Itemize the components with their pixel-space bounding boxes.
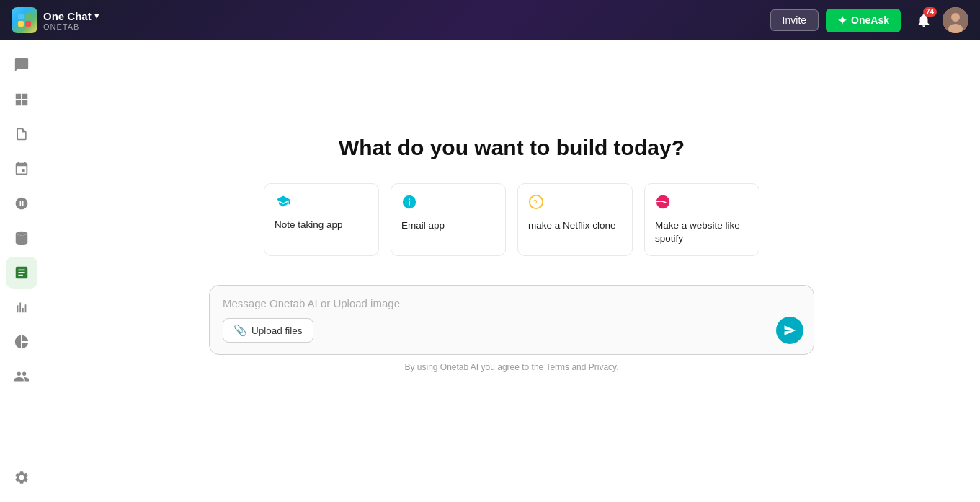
footer-disclaimer: By using Onetab AI you agree to the Term… xyxy=(404,362,618,372)
spotify-clone-icon xyxy=(655,194,749,213)
paperclip-icon: 📎 xyxy=(233,324,247,337)
app-logo[interactable]: One Chat ▾ ONETAB xyxy=(12,7,99,33)
main-content: What do you want to build today? Note ta… xyxy=(43,40,980,502)
card-netflix-label: make a Netflix clone xyxy=(528,219,622,232)
message-input-box: Message Onetab AI or Upload image 📎 Uplo… xyxy=(209,285,814,355)
svg-point-5 xyxy=(951,13,960,22)
sidebar-item-settings[interactable] xyxy=(6,462,37,493)
content-area: What do you want to build today? Note ta… xyxy=(43,40,980,502)
sidebar-item-bar-chart[interactable] xyxy=(6,291,37,323)
card-spotify-label: Make a website like spotify xyxy=(655,219,749,245)
oneask-star-icon: ✦ xyxy=(837,14,847,27)
main-layout: What do you want to build today? Note ta… xyxy=(0,40,980,502)
card-note-taking[interactable]: Note taking app xyxy=(264,183,379,256)
logo-icon xyxy=(12,7,37,33)
app-title-group: One Chat ▾ ONETAB xyxy=(43,10,99,31)
chevron-down-icon: ▾ xyxy=(94,11,99,21)
suggestion-cards: Note taking app Email app ? make a Netfl… xyxy=(264,183,760,256)
email-app-icon xyxy=(401,194,495,213)
sidebar-item-rocket[interactable] xyxy=(6,188,37,219)
svg-text:?: ? xyxy=(533,198,537,206)
send-button[interactable] xyxy=(776,317,803,344)
upload-label: Upload files xyxy=(251,325,303,336)
upload-files-button[interactable]: 📎 Upload files xyxy=(223,318,313,343)
svg-rect-3 xyxy=(25,21,31,27)
sidebar xyxy=(0,40,43,502)
app-subtitle: ONETAB xyxy=(43,22,99,31)
card-spotify-clone[interactable]: Make a website like spotify xyxy=(644,183,760,256)
sidebar-item-layout[interactable] xyxy=(6,84,37,115)
sidebar-item-database[interactable] xyxy=(6,222,37,254)
card-netflix-clone[interactable]: ? make a Netflix clone xyxy=(517,183,633,256)
sidebar-item-active[interactable] xyxy=(6,257,37,289)
notifications-button[interactable]: 74 xyxy=(911,7,937,33)
card-email-label: Email app xyxy=(401,219,495,232)
input-actions: 📎 Upload files xyxy=(223,318,770,343)
header: One Chat ▾ ONETAB Invite ✦ OneAsk 74 xyxy=(0,0,980,40)
sidebar-item-document[interactable] xyxy=(6,118,37,150)
svg-rect-2 xyxy=(18,21,24,27)
invite-button[interactable]: Invite xyxy=(770,9,819,31)
netflix-clone-icon: ? xyxy=(528,194,622,213)
note-taking-icon xyxy=(275,194,368,213)
sidebar-item-team[interactable] xyxy=(6,361,37,392)
sidebar-item-pie-chart[interactable] xyxy=(6,326,37,358)
oneask-label: OneAsk xyxy=(851,14,889,26)
svg-point-7 xyxy=(15,232,27,236)
footer-text: By using Onetab AI you agree to the Term… xyxy=(209,362,814,372)
oneask-button[interactable]: ✦ OneAsk xyxy=(826,9,901,32)
notification-badge: 74 xyxy=(923,7,937,17)
card-note-taking-label: Note taking app xyxy=(275,219,368,232)
sidebar-item-integrations[interactable] xyxy=(6,153,37,185)
app-name: One Chat xyxy=(43,10,92,22)
svg-rect-1 xyxy=(25,14,31,19)
input-placeholder: Message Onetab AI or Upload image xyxy=(223,297,770,309)
input-area: Message Onetab AI or Upload image 📎 Uplo… xyxy=(209,285,814,378)
page-heading: What do you want to build today? xyxy=(339,136,685,160)
card-email-app[interactable]: Email app xyxy=(391,183,506,256)
sidebar-item-chat[interactable] xyxy=(6,49,37,81)
avatar[interactable] xyxy=(943,7,968,33)
svg-rect-0 xyxy=(18,14,24,19)
